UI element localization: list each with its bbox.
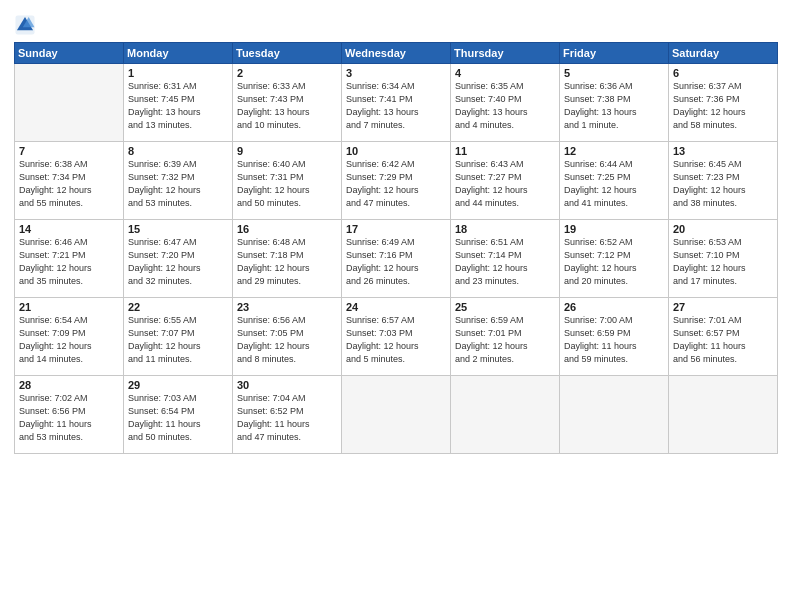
day-number: 27 bbox=[673, 301, 773, 313]
calendar-cell: 19Sunrise: 6:52 AM Sunset: 7:12 PM Dayli… bbox=[560, 220, 669, 298]
cell-info: Sunrise: 6:43 AM Sunset: 7:27 PM Dayligh… bbox=[455, 158, 555, 210]
cell-info: Sunrise: 6:34 AM Sunset: 7:41 PM Dayligh… bbox=[346, 80, 446, 132]
header-day: Thursday bbox=[451, 43, 560, 64]
cell-info: Sunrise: 7:02 AM Sunset: 6:56 PM Dayligh… bbox=[19, 392, 119, 444]
calendar-cell: 4Sunrise: 6:35 AM Sunset: 7:40 PM Daylig… bbox=[451, 64, 560, 142]
day-number: 6 bbox=[673, 67, 773, 79]
day-number: 7 bbox=[19, 145, 119, 157]
calendar-cell: 12Sunrise: 6:44 AM Sunset: 7:25 PM Dayli… bbox=[560, 142, 669, 220]
day-number: 15 bbox=[128, 223, 228, 235]
day-number: 13 bbox=[673, 145, 773, 157]
calendar-cell bbox=[451, 376, 560, 454]
calendar-cell bbox=[669, 376, 778, 454]
calendar-cell: 27Sunrise: 7:01 AM Sunset: 6:57 PM Dayli… bbox=[669, 298, 778, 376]
cell-info: Sunrise: 6:46 AM Sunset: 7:21 PM Dayligh… bbox=[19, 236, 119, 288]
cell-info: Sunrise: 6:31 AM Sunset: 7:45 PM Dayligh… bbox=[128, 80, 228, 132]
day-number: 21 bbox=[19, 301, 119, 313]
day-number: 23 bbox=[237, 301, 337, 313]
day-number: 29 bbox=[128, 379, 228, 391]
cell-info: Sunrise: 6:40 AM Sunset: 7:31 PM Dayligh… bbox=[237, 158, 337, 210]
calendar-cell: 13Sunrise: 6:45 AM Sunset: 7:23 PM Dayli… bbox=[669, 142, 778, 220]
header-day: Wednesday bbox=[342, 43, 451, 64]
day-number: 4 bbox=[455, 67, 555, 79]
calendar-cell: 26Sunrise: 7:00 AM Sunset: 6:59 PM Dayli… bbox=[560, 298, 669, 376]
day-number: 3 bbox=[346, 67, 446, 79]
day-number: 16 bbox=[237, 223, 337, 235]
calendar-cell bbox=[560, 376, 669, 454]
day-number: 22 bbox=[128, 301, 228, 313]
day-number: 17 bbox=[346, 223, 446, 235]
day-number: 25 bbox=[455, 301, 555, 313]
cell-info: Sunrise: 6:59 AM Sunset: 7:01 PM Dayligh… bbox=[455, 314, 555, 366]
calendar-cell: 23Sunrise: 6:56 AM Sunset: 7:05 PM Dayli… bbox=[233, 298, 342, 376]
calendar-cell: 10Sunrise: 6:42 AM Sunset: 7:29 PM Dayli… bbox=[342, 142, 451, 220]
cell-info: Sunrise: 6:53 AM Sunset: 7:10 PM Dayligh… bbox=[673, 236, 773, 288]
day-number: 11 bbox=[455, 145, 555, 157]
cell-info: Sunrise: 6:48 AM Sunset: 7:18 PM Dayligh… bbox=[237, 236, 337, 288]
calendar-cell: 6Sunrise: 6:37 AM Sunset: 7:36 PM Daylig… bbox=[669, 64, 778, 142]
day-number: 20 bbox=[673, 223, 773, 235]
calendar-cell: 1Sunrise: 6:31 AM Sunset: 7:45 PM Daylig… bbox=[124, 64, 233, 142]
calendar-cell: 18Sunrise: 6:51 AM Sunset: 7:14 PM Dayli… bbox=[451, 220, 560, 298]
day-number: 2 bbox=[237, 67, 337, 79]
header-day: Friday bbox=[560, 43, 669, 64]
day-number: 9 bbox=[237, 145, 337, 157]
calendar-cell: 9Sunrise: 6:40 AM Sunset: 7:31 PM Daylig… bbox=[233, 142, 342, 220]
calendar-cell bbox=[342, 376, 451, 454]
day-number: 18 bbox=[455, 223, 555, 235]
calendar-cell: 15Sunrise: 6:47 AM Sunset: 7:20 PM Dayli… bbox=[124, 220, 233, 298]
cell-info: Sunrise: 6:52 AM Sunset: 7:12 PM Dayligh… bbox=[564, 236, 664, 288]
day-number: 14 bbox=[19, 223, 119, 235]
cell-info: Sunrise: 6:33 AM Sunset: 7:43 PM Dayligh… bbox=[237, 80, 337, 132]
cell-info: Sunrise: 7:04 AM Sunset: 6:52 PM Dayligh… bbox=[237, 392, 337, 444]
cell-info: Sunrise: 7:01 AM Sunset: 6:57 PM Dayligh… bbox=[673, 314, 773, 366]
cell-info: Sunrise: 6:55 AM Sunset: 7:07 PM Dayligh… bbox=[128, 314, 228, 366]
cell-info: Sunrise: 6:45 AM Sunset: 7:23 PM Dayligh… bbox=[673, 158, 773, 210]
cell-info: Sunrise: 6:49 AM Sunset: 7:16 PM Dayligh… bbox=[346, 236, 446, 288]
calendar-cell: 7Sunrise: 6:38 AM Sunset: 7:34 PM Daylig… bbox=[15, 142, 124, 220]
day-number: 26 bbox=[564, 301, 664, 313]
calendar-cell: 25Sunrise: 6:59 AM Sunset: 7:01 PM Dayli… bbox=[451, 298, 560, 376]
day-number: 1 bbox=[128, 67, 228, 79]
calendar-cell: 21Sunrise: 6:54 AM Sunset: 7:09 PM Dayli… bbox=[15, 298, 124, 376]
day-number: 10 bbox=[346, 145, 446, 157]
day-number: 30 bbox=[237, 379, 337, 391]
calendar-cell: 11Sunrise: 6:43 AM Sunset: 7:27 PM Dayli… bbox=[451, 142, 560, 220]
cell-info: Sunrise: 6:54 AM Sunset: 7:09 PM Dayligh… bbox=[19, 314, 119, 366]
calendar-cell: 28Sunrise: 7:02 AM Sunset: 6:56 PM Dayli… bbox=[15, 376, 124, 454]
day-number: 24 bbox=[346, 301, 446, 313]
header-day: Tuesday bbox=[233, 43, 342, 64]
cell-info: Sunrise: 6:37 AM Sunset: 7:36 PM Dayligh… bbox=[673, 80, 773, 132]
header-day: Monday bbox=[124, 43, 233, 64]
logo-icon bbox=[14, 14, 36, 36]
cell-info: Sunrise: 6:56 AM Sunset: 7:05 PM Dayligh… bbox=[237, 314, 337, 366]
calendar-cell: 2Sunrise: 6:33 AM Sunset: 7:43 PM Daylig… bbox=[233, 64, 342, 142]
cell-info: Sunrise: 6:51 AM Sunset: 7:14 PM Dayligh… bbox=[455, 236, 555, 288]
cell-info: Sunrise: 6:35 AM Sunset: 7:40 PM Dayligh… bbox=[455, 80, 555, 132]
header-day: Saturday bbox=[669, 43, 778, 64]
logo bbox=[14, 14, 38, 36]
calendar-cell: 3Sunrise: 6:34 AM Sunset: 7:41 PM Daylig… bbox=[342, 64, 451, 142]
cell-info: Sunrise: 6:38 AM Sunset: 7:34 PM Dayligh… bbox=[19, 158, 119, 210]
calendar-cell: 14Sunrise: 6:46 AM Sunset: 7:21 PM Dayli… bbox=[15, 220, 124, 298]
cell-info: Sunrise: 7:00 AM Sunset: 6:59 PM Dayligh… bbox=[564, 314, 664, 366]
calendar-table: SundayMondayTuesdayWednesdayThursdayFrid… bbox=[14, 42, 778, 454]
cell-info: Sunrise: 6:44 AM Sunset: 7:25 PM Dayligh… bbox=[564, 158, 664, 210]
calendar-cell: 16Sunrise: 6:48 AM Sunset: 7:18 PM Dayli… bbox=[233, 220, 342, 298]
cell-info: Sunrise: 6:47 AM Sunset: 7:20 PM Dayligh… bbox=[128, 236, 228, 288]
calendar-cell: 17Sunrise: 6:49 AM Sunset: 7:16 PM Dayli… bbox=[342, 220, 451, 298]
calendar-cell: 20Sunrise: 6:53 AM Sunset: 7:10 PM Dayli… bbox=[669, 220, 778, 298]
day-number: 19 bbox=[564, 223, 664, 235]
cell-info: Sunrise: 7:03 AM Sunset: 6:54 PM Dayligh… bbox=[128, 392, 228, 444]
calendar-cell: 8Sunrise: 6:39 AM Sunset: 7:32 PM Daylig… bbox=[124, 142, 233, 220]
day-number: 12 bbox=[564, 145, 664, 157]
calendar-cell: 24Sunrise: 6:57 AM Sunset: 7:03 PM Dayli… bbox=[342, 298, 451, 376]
day-number: 5 bbox=[564, 67, 664, 79]
calendar-cell: 5Sunrise: 6:36 AM Sunset: 7:38 PM Daylig… bbox=[560, 64, 669, 142]
cell-info: Sunrise: 6:39 AM Sunset: 7:32 PM Dayligh… bbox=[128, 158, 228, 210]
cell-info: Sunrise: 6:42 AM Sunset: 7:29 PM Dayligh… bbox=[346, 158, 446, 210]
calendar-cell: 30Sunrise: 7:04 AM Sunset: 6:52 PM Dayli… bbox=[233, 376, 342, 454]
cell-info: Sunrise: 6:36 AM Sunset: 7:38 PM Dayligh… bbox=[564, 80, 664, 132]
header-day: Sunday bbox=[15, 43, 124, 64]
calendar-cell: 22Sunrise: 6:55 AM Sunset: 7:07 PM Dayli… bbox=[124, 298, 233, 376]
